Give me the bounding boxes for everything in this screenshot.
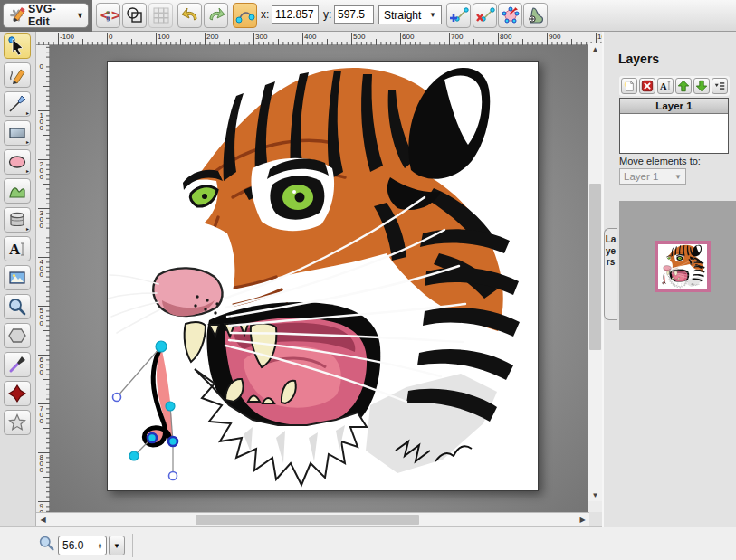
layer-row-layer1[interactable]: Layer 1 — [620, 99, 728, 114]
document-thumbnail[interactable] — [655, 241, 711, 292]
scroll-down-arrow[interactable]: ▼ — [588, 489, 602, 501]
zoom-icon — [38, 535, 55, 552]
zoom-preset-dropdown[interactable]: ▼ — [109, 536, 125, 555]
add-node-button[interactable] — [446, 3, 471, 28]
flyout-arrow-icon: ▸ — [26, 138, 29, 145]
svg-text:100: 100 — [40, 111, 44, 132]
svg-text:700: 700 — [40, 404, 44, 425]
flyout-arrow-icon: ▸ — [26, 225, 29, 232]
svg-text:A: A — [9, 241, 21, 258]
move-layer-up-button[interactable] — [675, 78, 692, 94]
svg-document-canvas[interactable] — [107, 61, 539, 491]
tiger-artwork — [108, 62, 538, 490]
convert-to-path-button[interactable] — [523, 3, 548, 28]
horizontal-scrollbar-thumb[interactable] — [196, 515, 419, 525]
svg-text:400: 400 — [304, 33, 317, 41]
delete-layer-button[interactable] — [639, 78, 655, 94]
tool-text[interactable]: A — [4, 236, 31, 261]
document-preview-area — [619, 201, 736, 330]
svg-text:200: 200 — [40, 160, 44, 181]
zoom-level-value: 56.0 — [62, 539, 83, 552]
redo-button[interactable] — [204, 3, 228, 28]
layer-buttons-row: A — [619, 76, 730, 96]
scroll-left-arrow[interactable]: ◀ — [36, 514, 50, 526]
svg-edit-logo-icon — [7, 6, 25, 24]
tiger-thumbnail — [658, 244, 707, 289]
rename-layer-button[interactable]: A — [657, 78, 674, 94]
open-close-path-button[interactable] — [498, 3, 522, 28]
tool-path[interactable] — [4, 178, 31, 204]
x-coordinate-label: x: — [261, 8, 269, 21]
svg-edit-app: SVG-Edit ▼ < > s g — [0, 0, 736, 560]
top-toolbar: SVG-Edit ▼ < > s g — [0, 0, 736, 32]
layers-panel-title: Layers — [618, 52, 659, 66]
scrollbar-corner — [589, 512, 602, 526]
chevron-down-icon: ▼ — [674, 173, 682, 181]
svg-text:-100: -100 — [60, 33, 75, 41]
layer-list: Layer 1 — [619, 98, 729, 154]
undo-button[interactable] — [177, 3, 202, 28]
bottom-bar: 56.0 ▲▼ ▼ — [0, 526, 736, 560]
main-menu-button[interactable]: SVG-Edit ▼ — [3, 3, 89, 28]
tool-pencil[interactable] — [4, 62, 31, 88]
x-coordinate-input[interactable] — [272, 5, 319, 24]
left-tool-palette: ▸ ▸ ▸ ▸ A — [0, 32, 36, 527]
svg-text:A: A — [660, 81, 667, 91]
svg-text:400: 400 — [40, 258, 44, 279]
tool-zoom[interactable] — [4, 294, 31, 319]
tool-shape-library[interactable]: ▸ — [4, 207, 31, 233]
vertical-ruler: 0100200300400500600700800900 — [36, 45, 50, 512]
flyout-arrow-icon: ▸ — [26, 167, 29, 174]
zoom-spinner[interactable]: ▲▼ — [98, 542, 102, 549]
new-layer-button[interactable] — [621, 78, 637, 94]
tool-select[interactable] — [4, 33, 31, 59]
wireframe-button[interactable] — [122, 3, 147, 28]
scroll-right-arrow[interactable]: ▶ — [576, 514, 589, 526]
svg-text:300: 300 — [255, 33, 268, 41]
tool-line[interactable]: ▸ — [4, 91, 31, 117]
canvas-workspace[interactable] — [50, 45, 588, 512]
svg-text:600: 600 — [40, 356, 44, 376]
tool-connector[interactable] — [4, 381, 31, 406]
path-edit-mode-button[interactable] — [233, 3, 257, 28]
divider — [132, 534, 133, 557]
svg-text:900: 900 — [549, 33, 561, 41]
chevron-down-icon: ▼ — [76, 11, 84, 20]
scroll-up-arrow[interactable]: ▲ — [588, 43, 602, 55]
tool-ellipse[interactable]: ▸ — [4, 149, 31, 175]
flyout-arrow-icon: ▸ — [26, 109, 29, 116]
tool-hexagon[interactable] — [4, 323, 31, 348]
svg-text:0: 0 — [40, 62, 44, 71]
move-elements-value: Layer 1 — [624, 171, 658, 182]
svg-text:300: 300 — [40, 209, 44, 230]
horizontal-scrollbar[interactable]: ◀ ▶ — [36, 512, 589, 526]
svg-text:>: > — [110, 7, 119, 24]
vertical-scrollbar[interactable]: ▲ ▼ — [588, 43, 602, 501]
vertical-scrollbar-thumb[interactable] — [589, 184, 601, 350]
svg-text:500: 500 — [353, 33, 366, 41]
layer-menu-button[interactable] — [712, 78, 728, 94]
zoom-level-input[interactable]: 56.0 ▲▼ — [58, 536, 107, 555]
move-layer-down-button[interactable] — [693, 78, 710, 94]
svg-text:200: 200 — [206, 33, 219, 41]
move-elements-label: Move elements to: — [619, 156, 701, 166]
tool-image[interactable] — [4, 265, 31, 290]
delete-node-button[interactable] — [473, 3, 497, 28]
segment-type-select[interactable]: Straight ▼ — [378, 5, 442, 24]
y-coordinate-input[interactable] — [334, 5, 374, 24]
tool-eyedropper[interactable] — [4, 352, 31, 377]
svg-text:800: 800 — [40, 453, 44, 474]
main-menu-label: SVG-Edit — [28, 3, 73, 28]
svg-text:100: 100 — [158, 33, 170, 41]
tool-star[interactable] — [4, 410, 31, 435]
tool-rectangle[interactable]: ▸ — [4, 120, 31, 146]
chevron-down-icon: ▼ — [429, 11, 436, 19]
horizontal-ruler: -10001002003004005006007008009001000 — [36, 32, 602, 45]
grid-button[interactable] — [148, 3, 173, 28]
layers-panel-collapse-tab[interactable]: Layers — [604, 228, 617, 320]
move-elements-select[interactable]: Layer 1 ▼ — [619, 168, 686, 185]
svg-text:0: 0 — [109, 33, 113, 41]
edit-source-button[interactable]: < > s g — [96, 3, 120, 28]
y-coordinate-label: y: — [323, 8, 331, 21]
svg-text:g: g — [106, 14, 110, 22]
